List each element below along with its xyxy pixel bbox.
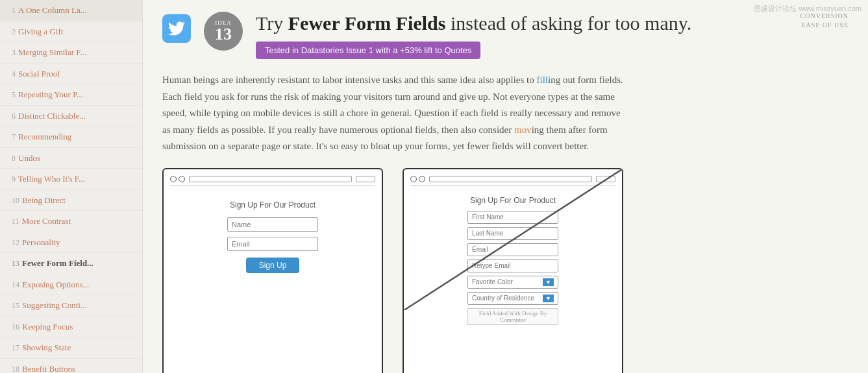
- form-title-right: Sign Up For Our Product: [470, 196, 556, 205]
- browser-dots-right: [410, 176, 425, 182]
- top-right-label: 思缘设计论坛 www.missyuan.com: [754, 4, 862, 14]
- browser-address-bar-right: [429, 176, 592, 182]
- illustrations: Sign Up For Our Product Sign Up Sign Up …: [143, 162, 868, 374]
- sidebar-item-18[interactable]: 18Benefit Buttons: [0, 359, 142, 374]
- sidebar-label: Exposing Options...: [22, 280, 89, 289]
- sidebar-item-7[interactable]: 7Recommending: [0, 126, 142, 148]
- sidebar-item-3[interactable]: 3Merging Similar F...: [0, 42, 142, 64]
- title-suffix: instead of asking for too many.: [445, 12, 691, 34]
- main-content: 思缘设计论坛 www.missyuan.com idea 13 Try Fewe…: [143, 0, 868, 373]
- email-field-right[interactable]: [467, 243, 558, 256]
- sidebar-num: 6: [12, 112, 16, 121]
- form-title-left: Sign Up For Our Product: [230, 200, 316, 210]
- dropdown-arrow-1: ▼: [543, 278, 554, 286]
- sidebar-num: 1: [12, 6, 16, 15]
- sidebar-num: 5: [12, 90, 16, 99]
- sidebar-label: Social Proof: [18, 69, 60, 78]
- sidebar-num: 2: [12, 27, 16, 36]
- country-label: Country of Residence: [472, 295, 534, 302]
- sidebar-item-14[interactable]: 14Exposing Options...: [0, 274, 142, 296]
- sidebar-item-4[interactable]: 4Social Proof: [0, 64, 142, 85]
- browser-header-left: [170, 176, 375, 186]
- title-prefix: Try: [256, 12, 288, 34]
- sidebar-label: Showing State: [22, 343, 71, 352]
- illustration-left: Sign Up For Our Product Sign Up: [162, 168, 383, 374]
- sidebar-item-8[interactable]: 8Undos: [0, 148, 142, 169]
- sidebar-num: 9: [12, 174, 16, 184]
- sidebar-item-1[interactable]: 1A One Column La...: [0, 0, 142, 21]
- body-paragraph: Human beings are inherently resistant to…: [162, 72, 630, 155]
- body-text: Human beings are inherently resistant to…: [143, 72, 649, 162]
- lastname-field[interactable]: [467, 227, 558, 240]
- sidebar-item-11[interactable]: 11More Contrast: [0, 211, 142, 232]
- sidebar-num: 11: [12, 217, 19, 226]
- sidebar-label: Merging Similar F...: [18, 47, 86, 57]
- browser-dots-left: [170, 176, 185, 182]
- sidebar-label: Keeping Focus: [22, 322, 73, 331]
- illustration-right: Sign Up For Our Product Favorite Color ▼…: [403, 168, 623, 374]
- highlight-moving: mov: [514, 125, 532, 135]
- sidebar-label: Distinct Clickable...: [18, 111, 86, 121]
- sidebar-num: 3: [12, 48, 16, 57]
- name-field[interactable]: [227, 217, 318, 232]
- browser-dot-3: [410, 176, 417, 182]
- sidebar-num: 8: [12, 154, 16, 163]
- meta-line2: EASE OF USE: [800, 21, 849, 30]
- country-dropdown[interactable]: Country of Residence ▼: [467, 292, 558, 305]
- retype-email-field[interactable]: [467, 259, 558, 272]
- sidebar-num: 18: [12, 365, 19, 374]
- sidebar-num: 16: [12, 322, 19, 331]
- sidebar-label: Telling Who It's F...: [18, 174, 85, 184]
- sidebar-label: Being Direct: [22, 195, 66, 205]
- header-text: Try Fewer Form Fields instead of asking …: [256, 12, 787, 66]
- sidebar-num: 17: [12, 343, 19, 352]
- sidebar-item-15[interactable]: 15Suggesting Conti...: [0, 295, 142, 317]
- sidebar-label: A One Column La...: [18, 5, 86, 15]
- sidebar-label: Repeating Your P...: [18, 90, 83, 99]
- sidebar-num: 14: [12, 280, 19, 289]
- sidebar-label: Giving a Gift: [18, 27, 63, 36]
- page-title: Try Fewer Form Fields instead of asking …: [256, 12, 787, 35]
- signup-button-left[interactable]: Sign Up: [246, 258, 300, 273]
- title-bold: Fewer Form Fields: [288, 12, 446, 34]
- sidebar-item-12[interactable]: 12Personality: [0, 232, 142, 254]
- sidebar-label: Suggesting Conti...: [22, 300, 87, 310]
- sidebar-item-10[interactable]: 10Being Direct: [0, 190, 142, 211]
- sidebar-item-5[interactable]: 5Repeating Your P...: [0, 84, 142, 106]
- sidebar-num: 15: [12, 301, 19, 310]
- favorite-color-label: Favorite Color: [472, 278, 513, 285]
- browser-dot-2: [179, 176, 185, 182]
- sidebar-num: 12: [12, 238, 19, 247]
- sidebar-label: Undos: [18, 153, 40, 163]
- sidebar: 1A One Column La...2Giving a Gift3Mergin…: [0, 0, 143, 373]
- form-note: Field Added With Design By Committee: [467, 308, 558, 325]
- twitter-icon: [162, 14, 191, 43]
- browser-dot-1: [170, 176, 177, 182]
- tested-badge: Tested in Datastories Issue 1 with a +53…: [256, 42, 480, 59]
- highlight-filling: fill: [537, 75, 549, 85]
- sidebar-item-6[interactable]: 6Distinct Clickable...: [0, 106, 142, 127]
- sidebar-item-2[interactable]: 2Giving a Gift: [0, 21, 142, 43]
- idea-badge: idea 13: [204, 12, 243, 51]
- form-area-left: Sign Up For Our Product Sign Up: [170, 191, 375, 283]
- firstname-field[interactable]: [467, 211, 558, 224]
- sidebar-label: More Contrast: [22, 216, 71, 226]
- favorite-color-dropdown[interactable]: Favorite Color ▼: [467, 276, 558, 289]
- sidebar-label: Fewer Form Field...: [22, 258, 93, 268]
- form-area-right: Sign Up For Our Product Favorite Color ▼…: [410, 191, 615, 330]
- sidebar-item-13[interactable]: 13Fewer Form Field...: [0, 253, 142, 274]
- browser-btn-right: [596, 176, 615, 182]
- sidebar-label: Personality: [22, 237, 60, 247]
- email-field-left[interactable]: [227, 237, 318, 251]
- sidebar-num: 4: [12, 69, 16, 78]
- sidebar-item-9[interactable]: 9Telling Who It's F...: [0, 169, 142, 190]
- sidebar-item-16[interactable]: 16Keeping Focus: [0, 317, 142, 338]
- idea-num: 13: [215, 26, 232, 43]
- sidebar-label: Benefit Buttons: [22, 364, 75, 374]
- sidebar-num: 7: [12, 132, 16, 141]
- browser-dot-4: [419, 176, 425, 182]
- browser-header-right: [410, 176, 615, 186]
- dropdown-arrow-2: ▼: [543, 295, 554, 302]
- sidebar-label: Recommending: [18, 132, 71, 141]
- sidebar-item-17[interactable]: 17Showing State: [0, 337, 142, 359]
